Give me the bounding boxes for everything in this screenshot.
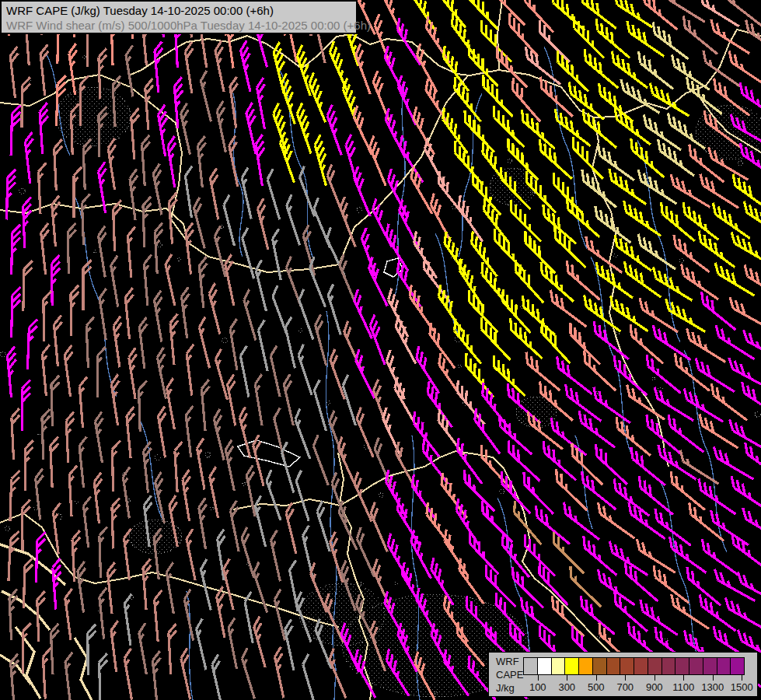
title-box: WRF CAPE (J/kg) Tuesday 14-10-2025 00:00…	[0, 0, 358, 34]
wind-barb	[408, 0, 443, 31]
wind-barb	[620, 201, 666, 236]
wind-barb	[9, 530, 19, 581]
wind-barb	[459, 470, 500, 511]
wind-barb	[99, 653, 108, 700]
legend-color-scale	[523, 657, 745, 675]
wind-barb	[198, 257, 211, 308]
legend-label-block: WRF CAPE J/kg	[496, 655, 523, 695]
wind-barb	[34, 469, 48, 520]
wind-barb	[208, 168, 226, 219]
wind-barb	[641, 355, 686, 393]
wind-barb	[180, 649, 198, 700]
legend-color-box	[730, 657, 745, 675]
wind-barb	[39, 103, 51, 154]
wind-barb	[110, 374, 126, 425]
wind-barb	[192, 198, 213, 249]
wind-barb	[181, 470, 197, 521]
wind-barb	[284, 502, 304, 554]
legend-color-box	[606, 657, 621, 675]
wind-barb	[521, 352, 565, 390]
wind-barb	[65, 653, 79, 700]
wind-barb	[365, 257, 395, 306]
wind-barb	[82, 194, 92, 245]
coastline	[0, 655, 31, 684]
legend-color-box	[634, 657, 648, 675]
river	[74, 194, 117, 397]
wind-barb	[166, 378, 183, 429]
wind-barb	[326, 41, 354, 91]
wind-barb	[405, 285, 441, 331]
wind-barb	[69, 466, 80, 516]
legend-tick-mark	[596, 675, 597, 681]
wind-barb	[379, 0, 409, 34]
wind-barb	[351, 289, 379, 338]
wind-barb	[50, 437, 60, 488]
wind-barb	[464, 532, 504, 575]
wind-barb	[368, 502, 395, 552]
wind-barb	[76, 562, 92, 613]
wind-barb	[738, 508, 761, 541]
wind-barb	[283, 619, 302, 670]
wind-barb	[83, 139, 93, 190]
wind-barb	[110, 621, 125, 672]
wind-barb	[252, 617, 274, 667]
wind-barb	[169, 193, 180, 244]
wind-barb	[153, 291, 170, 342]
wind-barb	[112, 498, 122, 548]
wind-barb	[559, 502, 604, 540]
wind-barb	[489, 229, 529, 271]
wind-barb	[301, 654, 323, 700]
wind-barb	[88, 625, 96, 675]
wind-barb	[98, 289, 113, 340]
wind-barb	[142, 558, 155, 610]
wind-barb	[381, 46, 412, 94]
wind-barb	[94, 411, 110, 463]
wind-barb	[51, 376, 61, 426]
wind-barb	[64, 589, 79, 640]
wind-barb	[239, 527, 262, 578]
legend-color-box	[703, 657, 717, 675]
wind-barb	[727, 476, 761, 511]
legend-label-unit: J/kg	[496, 681, 523, 695]
wind-barb	[74, 167, 82, 218]
legend-color-box	[537, 657, 552, 675]
wind-barb	[669, 235, 714, 272]
wind-barb	[106, 562, 120, 614]
wind-barb	[164, 254, 183, 306]
wind-barb	[463, 290, 504, 333]
wind-barb	[51, 255, 60, 306]
wind-barb	[447, 13, 483, 58]
wind-barb	[697, 539, 743, 576]
legend-color-box	[675, 657, 689, 675]
cape-title: WRF CAPE (J/kg) Tuesday 14-10-2025 00:00…	[6, 3, 351, 18]
wind-barb	[184, 42, 201, 93]
wind-barb	[433, 409, 470, 454]
wind-barb	[264, 470, 288, 520]
legend-tick-label: 100	[529, 681, 546, 693]
wind-barb	[253, 374, 270, 425]
wind-barb	[734, 572, 761, 603]
legend-color-box	[592, 657, 607, 675]
wind-barb	[83, 260, 92, 310]
wind-barb	[610, 235, 656, 271]
wind-barb	[696, 292, 741, 330]
wind-barb	[99, 527, 110, 577]
wind-barb	[11, 408, 22, 459]
wind-barb	[194, 619, 214, 670]
wind-barb	[270, 285, 295, 336]
legend-tick-mark	[742, 675, 742, 681]
wrf-weather-map: WRF CAPE (J/kg) Tuesday 14-10-2025 00:00…	[0, 0, 761, 700]
wind-barb	[455, 259, 489, 306]
legend-tick-label: 900	[646, 681, 663, 693]
wind-barb	[534, 20, 575, 61]
legend-tick-mark	[683, 675, 684, 681]
wind-barb	[265, 169, 288, 219]
wind-barb	[71, 285, 80, 336]
wind-barb	[145, 79, 156, 130]
wind-barb	[256, 78, 273, 129]
wind-barb	[589, 321, 634, 359]
wind-barb	[123, 649, 140, 700]
wind-barb	[110, 256, 126, 307]
wind-barb	[239, 346, 257, 397]
wind-barb	[51, 624, 61, 674]
